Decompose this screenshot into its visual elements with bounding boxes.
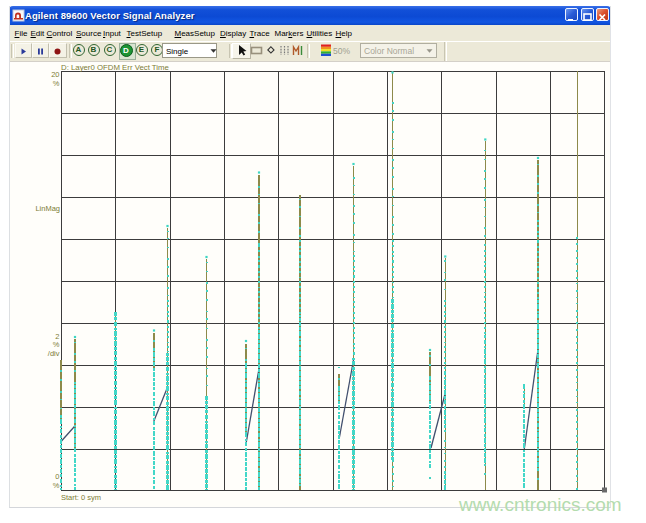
svg-text:%: % [53, 340, 60, 349]
svg-text:D: Layer0 OFDM Err Vect Time: D: Layer0 OFDM Err Vect Time [61, 63, 169, 72]
svg-text:0: 0 [55, 472, 59, 481]
svg-text:/div: /div [48, 349, 60, 358]
svg-text:20: 20 [51, 70, 59, 79]
svg-text:Start: 0 sym: Start: 0 sym [61, 493, 101, 502]
svg-text:%: % [53, 481, 60, 490]
svg-text:LinMag: LinMag [35, 204, 60, 213]
svg-text:%: % [53, 79, 60, 88]
